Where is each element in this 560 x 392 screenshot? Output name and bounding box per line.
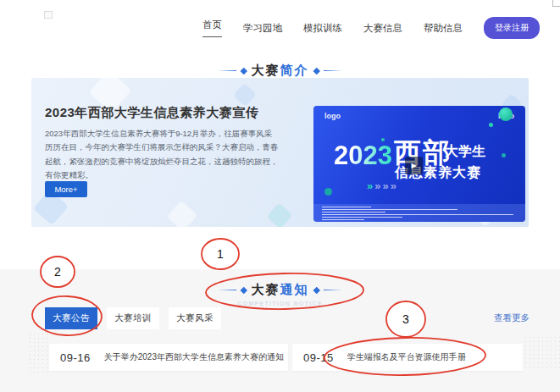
- annotation-number-1: 1: [217, 247, 224, 261]
- title-deco-line-right: [324, 290, 342, 291]
- notice-row[interactable]: 09-16 关于举办2023年西部大学生信息素养大赛的通知: [49, 344, 288, 371]
- banner-decor-shape: [233, 83, 257, 107]
- chevrons-decor: »»»»: [367, 179, 398, 192]
- window-corner-mark: [552, 0, 560, 7]
- nav-item-competition-info[interactable]: 大赛信息: [363, 22, 402, 35]
- section-subtitle-notice: COMPETITION NOTICE: [0, 301, 560, 306]
- decor-circle: [499, 108, 513, 121]
- video-logo-left: logo: [324, 112, 341, 120]
- site-logo-placeholder-icon: [44, 11, 53, 19]
- title-deco-diamond-right: [313, 67, 319, 74]
- login-register-button[interactable]: 登录注册: [484, 17, 540, 39]
- notice-tabs: 大赛公告 大赛培训 大赛风采: [45, 307, 221, 329]
- banner-heading: 2023年西部大学生信息素养大赛宣传: [45, 105, 258, 121]
- tab-announcements[interactable]: 大赛公告: [45, 307, 97, 329]
- banner-paragraph: 2023年西部大学生信息素养大赛将于9-12月举办，往届赛事风采历历在目，今年的…: [45, 127, 279, 182]
- title-deco-diamond-left: [241, 286, 247, 293]
- nav-item-simulation[interactable]: 模拟训练: [303, 22, 342, 35]
- decor-circle: [502, 153, 506, 157]
- main-nav: 首页 学习园地 模拟训练 大赛信息 帮助信息 登录注册: [202, 17, 540, 39]
- decor-circle: [489, 123, 493, 127]
- video-fine-print: [313, 204, 525, 222]
- fine-print-line: [322, 214, 513, 215]
- video-title-right: 大学生: [445, 145, 485, 158]
- nav-item-learning[interactable]: 学习园地: [243, 22, 282, 35]
- dot-pattern: [28, 332, 50, 373]
- section-title-intro: 大赛简介: [252, 63, 309, 79]
- banner-decor-shape: [167, 201, 198, 227]
- video-title-main: 西部: [394, 139, 452, 166]
- tab-training[interactable]: 大赛培训: [107, 307, 159, 329]
- fine-print-line: [322, 217, 402, 218]
- banner-decor-shape: [266, 202, 292, 227]
- intro-banner: 2023年西部大学生信息素养大赛宣传 2023年西部大学生信息素养大赛将于9-1…: [31, 78, 529, 227]
- fine-print-line: [322, 212, 385, 213]
- notice-row[interactable]: 09-15 学生端报名及平台资源使用手册: [292, 344, 523, 371]
- section-title-notice: 大赛通知: [252, 282, 309, 298]
- competition-homepage: 首页 学习园地 模拟训练 大赛信息 帮助信息 登录注册 大赛简介 INTRODU…: [0, 0, 560, 392]
- decor-circle: [324, 188, 332, 196]
- title-deco-diamond-left: [241, 67, 247, 74]
- tab-highlights[interactable]: 大赛风采: [169, 307, 221, 329]
- notice-date: 09-16: [60, 351, 91, 364]
- notice-title[interactable]: 关于举办2023年西部大学生信息素养大赛的通知: [104, 351, 284, 363]
- notice-date: 09-15: [303, 351, 334, 364]
- fine-print-line: [322, 219, 364, 220]
- view-more-link[interactable]: 查看更多: [494, 312, 530, 324]
- nav-item-home[interactable]: 首页: [202, 19, 222, 37]
- nav-item-help[interactable]: 帮助信息: [424, 22, 463, 35]
- more-button[interactable]: More+: [45, 181, 87, 197]
- title-deco-line-left: [218, 70, 236, 72]
- title-deco-diamond-right: [313, 286, 319, 293]
- promo-video-thumbnail[interactable]: logo logo 2023 西部 大学生 信息素养大赛 ▶ »»»»: [313, 106, 525, 222]
- annotation-circle-1: [202, 239, 239, 269]
- play-icon[interactable]: ▶: [405, 157, 423, 174]
- fine-print-line: [322, 209, 457, 210]
- video-year-text: 2023: [334, 142, 392, 168]
- title-deco-line-right: [324, 70, 342, 72]
- section-head-notice: 大赛通知 COMPETITION NOTICE: [0, 279, 560, 306]
- dot-pattern: [524, 335, 560, 371]
- title-deco-line-left: [218, 290, 236, 291]
- fine-print-line: [322, 207, 371, 207]
- notice-title[interactable]: 学生端报名及平台资源使用手册: [347, 351, 466, 363]
